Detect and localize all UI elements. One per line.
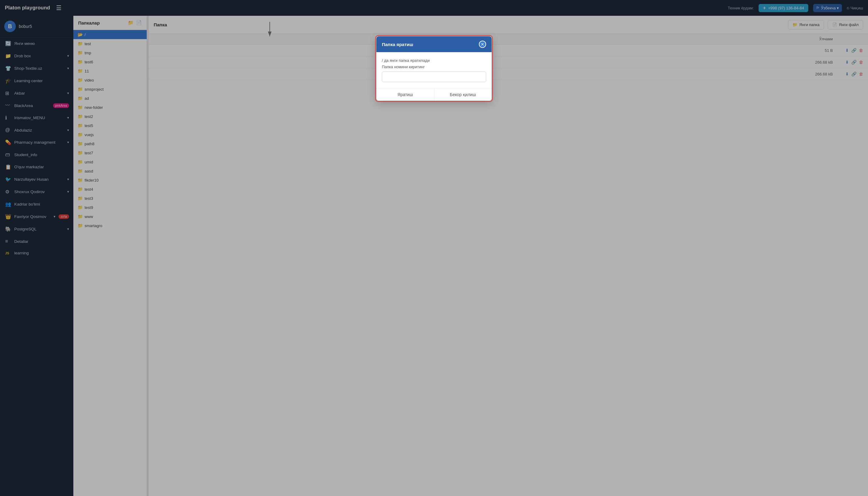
create-folder-confirm-button[interactable]: Яратиш	[376, 89, 434, 100]
modal-close-button[interactable]: ✕	[479, 41, 486, 48]
create-folder-modal: Папка яратиш ✕ / да янги папка яратилади…	[376, 36, 492, 100]
modal-body: / да янги папка яратилади Папка номини к…	[376, 52, 492, 88]
cancel-button[interactable]: Бекор қилиш	[434, 89, 492, 100]
modal-title: Папка яратиш	[382, 42, 413, 47]
modal-header: Папка яратиш ✕	[376, 36, 492, 52]
modal-wrapper: Папка яратиш ✕ / да янги папка яратилади…	[376, 36, 492, 100]
modal-footer: Яратиш Бекор қилиш	[376, 88, 492, 100]
modal-label: Папка номини киритинг	[382, 65, 486, 69]
modal-info-text: / да янги папка яратилади	[382, 58, 486, 63]
folder-name-input[interactable]	[382, 72, 486, 82]
modal-overlay: Папка яратиш ✕ / да янги папка яратилади…	[0, 0, 868, 496]
